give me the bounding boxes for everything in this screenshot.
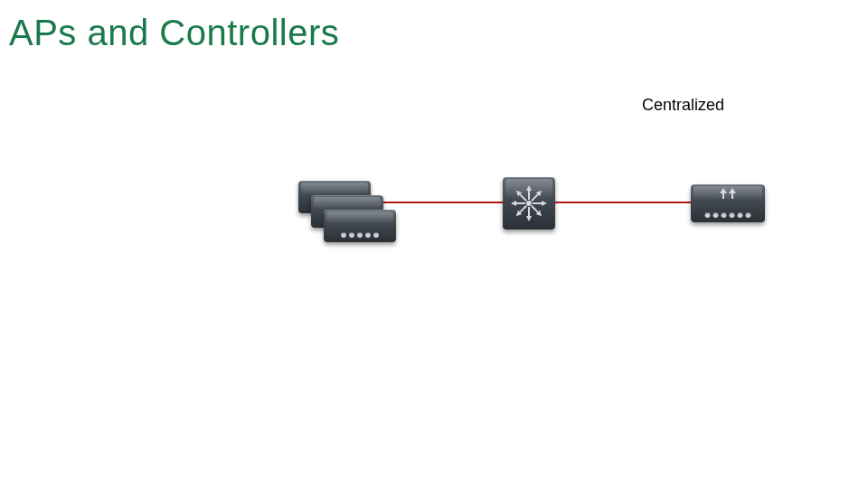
svg-point-0: [526, 201, 532, 206]
core-switch: [691, 184, 765, 222]
svg-marker-5: [542, 201, 547, 206]
svg-rect-8: [531, 205, 538, 212]
svg-marker-17: [720, 188, 727, 193]
svg-marker-13: [511, 201, 516, 206]
svg-rect-4: [531, 193, 538, 201]
svg-rect-14: [516, 202, 525, 204]
svg-marker-9: [526, 216, 532, 221]
mode-label-centralized: Centralized: [642, 96, 724, 115]
svg-marker-19: [729, 188, 736, 193]
wlan-controller: [503, 177, 555, 230]
radial-arrows-icon: [508, 183, 550, 224]
svg-rect-10: [528, 207, 530, 216]
svg-rect-20: [731, 193, 733, 199]
svg-rect-12: [519, 205, 526, 212]
access-switch-3: [324, 210, 396, 242]
page-title: APs and Controllers: [9, 13, 339, 53]
uplink-arrows-icon: [714, 187, 741, 200]
core-ports-icon: [705, 212, 751, 218]
svg-marker-1: [526, 185, 532, 191]
svg-rect-2: [528, 191, 530, 200]
svg-rect-6: [533, 202, 542, 204]
svg-rect-16: [519, 193, 526, 201]
switch-ports-icon: [341, 232, 379, 238]
svg-rect-18: [722, 193, 724, 199]
